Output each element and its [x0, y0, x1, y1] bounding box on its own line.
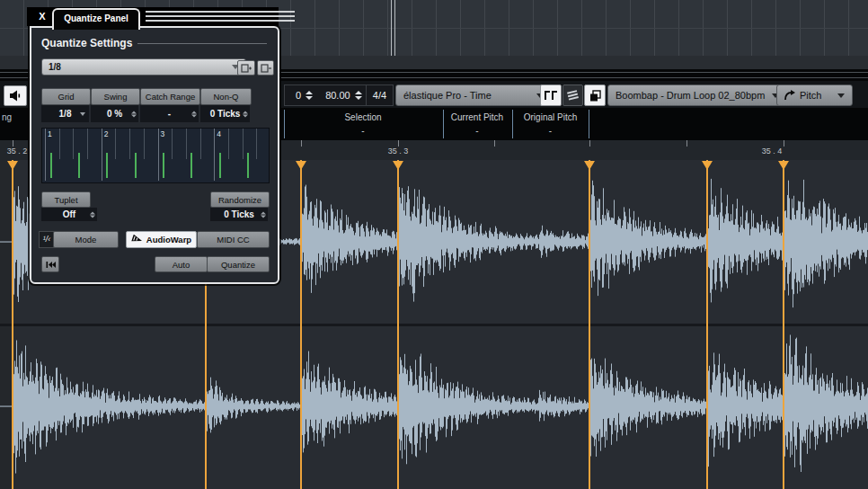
titlebar-grip-line [146, 11, 295, 13]
speaker-icon [9, 90, 22, 102]
grid-eighth-marker [219, 153, 221, 178]
grid-eighth-marker [106, 153, 108, 178]
grid-beat-number: 1 [48, 129, 52, 138]
ruler-tick [494, 140, 495, 147]
warp-marker-line[interactable] [12, 160, 13, 489]
randomize-stepper[interactable] [261, 211, 266, 218]
project-cursor-line [394, 0, 395, 56]
time-signature-value[interactable]: 4/4 [366, 84, 394, 106]
reset-button[interactable] [41, 256, 59, 272]
warp-marker-handle[interactable] [584, 161, 595, 170]
grid-line [228, 129, 229, 159]
tuplet-button[interactable]: Tuplet [41, 191, 91, 208]
tab-quantize-panel[interactable]: Quantize Panel [52, 8, 140, 30]
reset-icon [46, 261, 56, 269]
section-rule [137, 43, 267, 44]
grid-line [102, 129, 102, 181]
midi-cc-button[interactable]: MIDI CC [197, 231, 270, 248]
tempo-stepper[interactable] [355, 91, 362, 100]
info-value: - [297, 126, 430, 136]
nonq-stepper[interactable] [243, 111, 248, 117]
add-preset-button[interactable] [237, 60, 255, 76]
grid-line [129, 129, 130, 159]
remove-preset-icon [261, 64, 271, 73]
grid-eighth-marker [78, 153, 80, 178]
snap-stepper[interactable] [306, 91, 313, 100]
info-value: - [445, 126, 509, 136]
warp-marker-handle[interactable] [296, 161, 306, 170]
catch-range-column-button[interactable]: Catch Range [140, 88, 200, 105]
tuplet-stepper[interactable] [90, 211, 95, 218]
catch-range-value-field[interactable]: - [140, 105, 199, 122]
grid-column-button[interactable]: Grid [41, 88, 91, 105]
grid-value-dropdown[interactable]: 1/8 [41, 105, 89, 122]
remove-preset-button[interactable] [257, 60, 274, 76]
grid-beat-number: 3 [161, 129, 165, 138]
info-label: Current Pitch [445, 112, 509, 122]
auto-button[interactable]: Auto [155, 256, 208, 272]
pitch-arrow-icon [784, 90, 796, 101]
sample-editor-window: 0 80.00 4/4 élastique Pro - Time [0, 0, 868, 489]
warp-marker-line[interactable] [706, 160, 708, 489]
show-regions-button[interactable] [540, 84, 562, 106]
section-title: Quantize Settings [41, 37, 132, 49]
warp-marker-line[interactable] [300, 160, 302, 489]
ruler-label: 35 . 4 [762, 147, 783, 156]
nonq-column-button[interactable]: Non-Q [200, 88, 252, 105]
warp-marker-handle[interactable] [702, 161, 713, 170]
quantize-apply-button[interactable]: Quantize [207, 256, 270, 272]
channel-separator [0, 324, 868, 326]
audiowarp-tab-button[interactable]: AudioWarp [126, 231, 197, 248]
grid-line [200, 129, 201, 159]
info-separator [512, 110, 513, 138]
clip-browse-button[interactable] [584, 84, 606, 106]
close-button[interactable]: X [34, 9, 50, 24]
randomize-value-field[interactable]: 0 Ticks [210, 208, 268, 221]
clipped-label: ng [2, 112, 12, 122]
warp-marker-line[interactable] [589, 160, 590, 489]
nonq-value-field[interactable]: 0 Ticks [200, 105, 250, 122]
swing-column-button[interactable]: Swing [91, 88, 140, 105]
ruler-tick [301, 140, 302, 147]
warp-marker-line[interactable] [397, 160, 399, 489]
info-field-original-pitch[interactable]: Original Pitch - [514, 108, 587, 140]
grid-line [186, 129, 187, 159]
warp-marker-line[interactable] [783, 160, 784, 489]
warp-marker-handle[interactable] [393, 161, 403, 170]
randomize-button[interactable]: Randomize [210, 191, 270, 208]
catch-range-stepper[interactable] [191, 111, 197, 117]
zoom-mode-button[interactable] [562, 84, 583, 106]
quantize-panel-titlebar[interactable]: X Quantize Panel [27, 7, 279, 26]
grid-line [256, 129, 257, 159]
clip-name-value: Boombap - Drum Loop 02_80bpm [616, 90, 765, 101]
clip-dropdown[interactable]: Boombap - Drum Loop 02_80bpm [607, 84, 787, 106]
tempo-value[interactable]: 80.00 [325, 90, 350, 101]
info-separator [589, 110, 589, 138]
info-field-selection[interactable]: Selection - [297, 108, 430, 140]
quantize-preset-value: 1/8 [49, 62, 61, 72]
info-field-current-pitch[interactable]: Current Pitch - [445, 108, 509, 140]
warp-marker-handle[interactable] [7, 161, 18, 170]
pitch-label: Pitch [800, 90, 821, 101]
audiowarp-label: AudioWarp [146, 235, 191, 244]
ruler-tick [398, 140, 399, 147]
snap-value[interactable]: 0 [296, 90, 301, 101]
solo-audition-button[interactable] [4, 85, 27, 106]
pitch-dropdown[interactable]: Pitch [776, 84, 853, 106]
tuplet-value-field[interactable]: Off [41, 208, 97, 221]
grid-eighth-marker [163, 153, 164, 178]
channel-center-line [0, 406, 868, 407]
chevron-down-icon [837, 93, 845, 98]
mode-button[interactable]: Mode [53, 231, 119, 248]
quantize-preset-dropdown[interactable]: 1/8 [41, 58, 246, 76]
swing-stepper[interactable] [131, 111, 137, 117]
warp-marker-handle[interactable] [778, 161, 789, 170]
info-value: - [514, 126, 587, 136]
grid-line [115, 129, 116, 159]
catch-range-value: - [168, 109, 171, 119]
grid-line [45, 129, 46, 181]
grid-line [73, 129, 74, 159]
info-separator [284, 110, 285, 138]
swing-value-field[interactable]: 0 % [91, 105, 138, 122]
warp-algorithm-dropdown[interactable]: élastique Pro - Time [395, 84, 552, 106]
